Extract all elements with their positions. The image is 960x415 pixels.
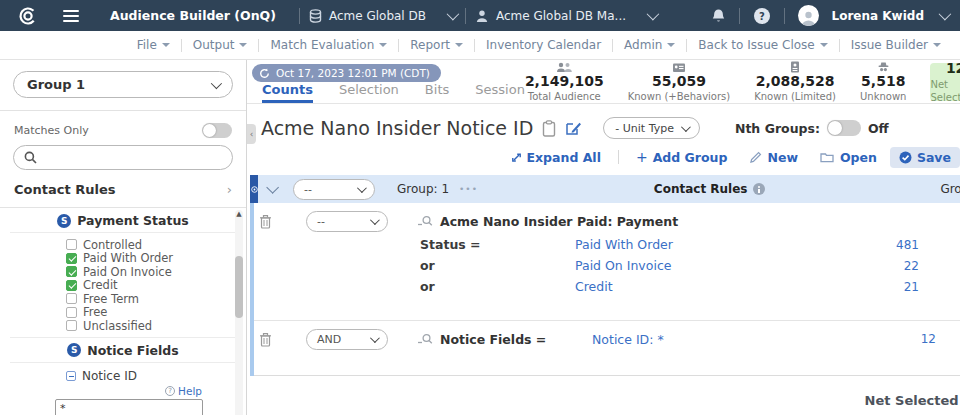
tab-selection[interactable]: Selection <box>339 82 399 103</box>
rule-operator-value: AND <box>317 333 341 346</box>
account-selector[interactable]: Acme Global DB Ma... <box>475 9 656 23</box>
caret-down-icon <box>667 43 675 47</box>
database-selector[interactable]: Acme Global DB <box>309 9 456 23</box>
group-collapse-chevron-icon[interactable] <box>266 181 279 194</box>
notifications-bell-icon[interactable] <box>711 8 726 24</box>
rule-name: Notice Fields = <box>440 332 592 347</box>
menu-item-admin[interactable]: Admin <box>613 38 686 52</box>
matches-only-toggle[interactable] <box>202 123 232 138</box>
tab-session[interactable]: Session <box>475 82 525 103</box>
clipboard-icon[interactable] <box>542 120 556 137</box>
condition-value-link[interactable]: Paid With Order <box>575 237 827 252</box>
scrollbar-up-arrow[interactable]: ▲ <box>235 210 243 218</box>
open-button[interactable]: Open <box>811 147 886 168</box>
app-logo-icon[interactable] <box>18 6 38 26</box>
svg-text:?: ? <box>759 10 765 21</box>
menu-item-report[interactable]: Report <box>399 38 474 52</box>
menu-item-match-evaluation[interactable]: Match Evaluation <box>259 38 398 52</box>
question-circle-icon: ? <box>165 386 175 396</box>
audience-title: Acme Nano Insider Notice ID <box>261 117 533 139</box>
topbar-divider <box>299 8 300 24</box>
condition-value-link[interactable]: Notice ID: * <box>592 332 844 347</box>
condition-count: 21 <box>827 280 919 294</box>
menu-item-output[interactable]: Output <box>182 38 259 52</box>
save-button[interactable]: Save <box>890 147 960 168</box>
chevron-down-icon[interactable] <box>939 8 952 21</box>
group-header-left-strip[interactable] <box>250 175 258 203</box>
rule-row-payment: -- Acme Nano Insider Paid: Payment <box>250 203 960 321</box>
toolbar-left: Oct 17, 2023 12:01 PM (CDT) Counts Selec… <box>252 60 525 103</box>
menu-item-file[interactable]: File <box>126 38 181 52</box>
group-menu-ellipsis[interactable]: ••• <box>459 184 478 194</box>
id-card-icon <box>672 60 686 73</box>
collapse-minus-icon[interactable] <box>66 371 76 381</box>
hamburger-menu-icon[interactable] <box>63 10 79 22</box>
checkbox-checked[interactable] <box>66 253 77 264</box>
refresh-timestamp-pill[interactable]: Oct 17, 2023 12:01 PM (CDT) <box>252 64 441 82</box>
condition-value-link[interactable]: Credit <box>575 279 827 294</box>
scrollbar-thumb[interactable] <box>235 256 243 318</box>
net-selected-label: Net Selected <box>865 393 959 408</box>
builder-actions: Expand All + Add Group New <box>247 146 960 168</box>
counts-toolbar: Oct 17, 2023 12:01 PM (CDT) Counts Selec… <box>247 60 960 104</box>
group-column-title: Contact Rules <box>488 182 930 196</box>
checkbox-checked[interactable] <box>66 266 77 277</box>
chevron-right-icon: › <box>227 182 232 197</box>
user-avatar[interactable] <box>798 5 819 26</box>
checkbox-free[interactable]: Free <box>66 306 246 320</box>
group-label: Group: 1 <box>397 182 449 196</box>
checkbox-paid-with-order[interactable]: Paid With Order <box>66 252 246 266</box>
notice-id-textarea[interactable]: * <box>55 399 203 415</box>
help-label: Help <box>178 385 202 397</box>
delete-rule-icon[interactable] <box>259 214 272 229</box>
expand-all-button[interactable]: Expand All <box>502 147 610 168</box>
menu-item-issue-builder[interactable]: Issue Builder <box>840 38 952 52</box>
checkbox-credit[interactable]: Credit <box>66 279 246 293</box>
app-root: Audience Builder (OnQ) Acme Global DB <box>0 0 960 415</box>
account-name: Acme Global DB Ma... <box>496 9 626 23</box>
people-icon <box>556 60 573 73</box>
chevron-down-icon <box>370 333 380 343</box>
rule-operator-select[interactable]: -- <box>306 211 388 232</box>
checkbox-paid-on-invoice[interactable]: Paid On Invoice <box>66 265 246 279</box>
menu-item-back-to-issue-close[interactable]: Back to Issue Close <box>687 38 838 52</box>
help-link[interactable]: ? Help <box>165 385 202 397</box>
checkbox-controlled[interactable]: Controlled <box>66 238 246 252</box>
checkbox-unclassified[interactable]: Unclassified <box>66 319 246 333</box>
topbar-divider <box>784 8 785 24</box>
edit-icon[interactable] <box>565 120 582 136</box>
actions-divider <box>618 150 619 164</box>
sidebar-collapse-handle[interactable]: ‹ <box>247 124 256 144</box>
checkbox-unchecked[interactable] <box>66 239 77 250</box>
rule-subtotal: 524 <box>250 297 960 318</box>
rule-operator-select[interactable]: AND <box>306 329 388 350</box>
condition-count: 12 <box>844 332 936 346</box>
checkbox-checked[interactable] <box>66 280 77 291</box>
sidebar-contact-rules[interactable]: Contact Rules › <box>14 182 232 197</box>
info-icon[interactable] <box>753 183 765 195</box>
group-select[interactable]: Group 1 <box>13 71 233 98</box>
menu-item-inventory-calendar[interactable]: Inventory Calendar <box>475 38 612 52</box>
help-icon[interactable]: ? <box>753 7 771 25</box>
add-group-button[interactable]: + Add Group <box>627 146 737 168</box>
checkbox-unchecked[interactable] <box>66 307 77 318</box>
group-total: Group Total:12 <box>940 182 960 196</box>
rule-search-icon[interactable] <box>417 215 433 227</box>
matches-only-label: Matches Only <box>14 124 89 137</box>
condition-count: 22 <box>827 259 919 273</box>
condition-value-link[interactable]: Paid On Invoice <box>575 258 827 273</box>
stat-known-limited: 2,088,528 Known (Limited) <box>754 60 836 103</box>
sidebar-search-input[interactable] <box>13 145 233 170</box>
tab-counts[interactable]: Counts <box>262 82 313 103</box>
new-button[interactable]: New <box>740 147 807 168</box>
checkbox-unchecked[interactable] <box>66 293 77 304</box>
delete-rule-icon[interactable] <box>259 332 272 347</box>
nth-groups-toggle[interactable] <box>827 120 861 136</box>
group-operator-select[interactable]: -- <box>293 179 375 200</box>
tab-bits[interactable]: Bits <box>425 82 449 103</box>
checkbox-free-term[interactable]: Free Term <box>66 292 246 306</box>
checkbox-unchecked[interactable] <box>66 320 77 331</box>
unit-type-select[interactable]: - Unit Type <box>603 117 700 139</box>
chevron-down-icon <box>357 183 367 193</box>
rule-search-icon[interactable] <box>417 333 433 345</box>
